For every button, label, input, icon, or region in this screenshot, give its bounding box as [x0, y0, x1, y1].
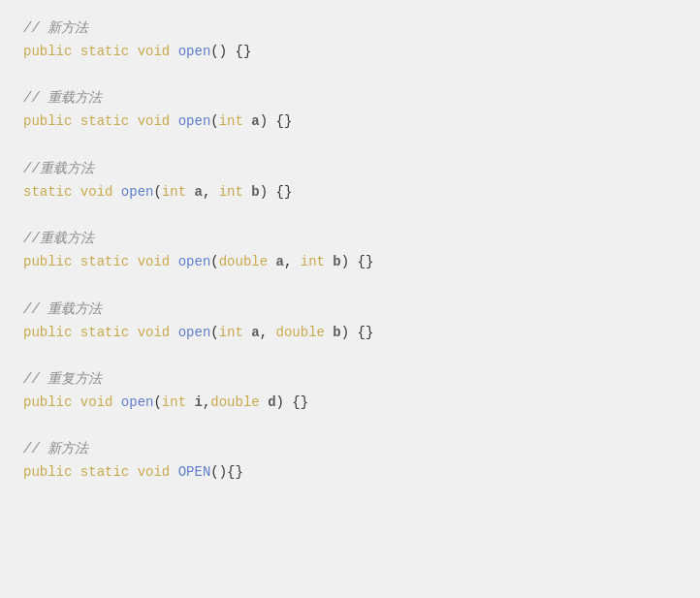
kw-type-token: double	[276, 325, 325, 340]
param-name-token: b	[333, 254, 340, 269]
code-block-3: //重载方法static void open(int a, int b) {}	[23, 160, 677, 203]
code-line-6: public void open(int i,double d) {}	[23, 392, 677, 413]
comment-5: // 重载方法	[23, 300, 677, 318]
kw-void-token: void	[80, 184, 113, 200]
comment-1: // 新方法	[23, 19, 677, 37]
comment-7: // 新方法	[23, 440, 677, 457]
kw-type-token: double	[219, 254, 268, 269]
kw-static-token: static	[80, 464, 129, 480]
kw-public-token: public	[23, 464, 72, 480]
code-block-1: // 新方法public static void open() {}	[23, 19, 677, 62]
kw-public-token: public	[23, 113, 72, 129]
code-line-3: static void open(int a, int b) {}	[23, 181, 677, 203]
param-name-token: a	[251, 325, 259, 340]
kw-type-token: int	[162, 394, 186, 410]
kw-static-token: static	[80, 44, 129, 59]
comment-4: //重载方法	[23, 230, 677, 247]
kw-void-token: void	[80, 394, 113, 410]
code-line-4: public static void open(double a, int b)…	[23, 251, 677, 272]
kw-static-token: static	[23, 184, 72, 200]
code-block-2: // 重载方法public static void open(int a) {}	[23, 89, 677, 132]
code-block-6: // 重复方法public void open(int i,double d) …	[23, 370, 677, 413]
param-name-token: a	[194, 184, 202, 200]
kw-void-token: void	[138, 464, 171, 480]
param-name-token: b	[251, 184, 259, 200]
code-line-1: public static void open() {}	[23, 41, 677, 62]
kw-void-token: void	[138, 325, 171, 340]
param-name-token: b	[333, 325, 340, 340]
comment-2: // 重载方法	[23, 89, 677, 107]
fn-name-token: open	[178, 254, 211, 269]
param-name-token: a	[276, 254, 284, 269]
kw-public-token: public	[23, 394, 72, 410]
param-name-token: d	[268, 394, 275, 410]
kw-static-token: static	[80, 325, 129, 340]
code-line-7: public static void OPEN(){}	[23, 461, 677, 483]
comment-3: //重载方法	[23, 160, 677, 177]
kw-type-token: int	[162, 184, 186, 200]
fn-name-token: open	[121, 394, 154, 410]
code-container: // 新方法public static void open() {}// 重载方…	[23, 19, 677, 484]
fn-name-token: open	[121, 184, 154, 200]
fn-name-token: open	[178, 325, 211, 340]
fn-name-token: OPEN	[178, 464, 211, 480]
code-line-5: public static void open(int a, double b)…	[23, 322, 677, 343]
kw-public-token: public	[23, 254, 72, 269]
kw-static-token: static	[80, 113, 129, 129]
kw-public-token: public	[23, 325, 72, 340]
code-line-2: public static void open(int a) {}	[23, 110, 677, 132]
kw-type-token: int	[301, 254, 325, 269]
fn-name-token: open	[178, 44, 211, 59]
code-block-7: // 新方法public static void OPEN(){}	[23, 440, 677, 483]
kw-void-token: void	[138, 113, 171, 129]
kw-type-token: double	[210, 394, 259, 410]
kw-void-token: void	[138, 254, 171, 269]
code-block-4: //重载方法public static void open(double a, …	[23, 230, 677, 272]
kw-type-token: int	[219, 113, 243, 129]
kw-void-token: void	[138, 44, 171, 59]
fn-name-token: open	[178, 113, 211, 129]
kw-type-token: int	[219, 325, 243, 340]
param-name-token: i	[194, 394, 202, 410]
param-name-token: a	[251, 113, 259, 129]
kw-type-token: int	[219, 184, 243, 200]
code-block-5: // 重载方法public static void open(int a, do…	[23, 300, 677, 343]
kw-static-token: static	[80, 254, 129, 269]
kw-public-token: public	[23, 44, 72, 59]
comment-6: // 重复方法	[23, 370, 677, 388]
